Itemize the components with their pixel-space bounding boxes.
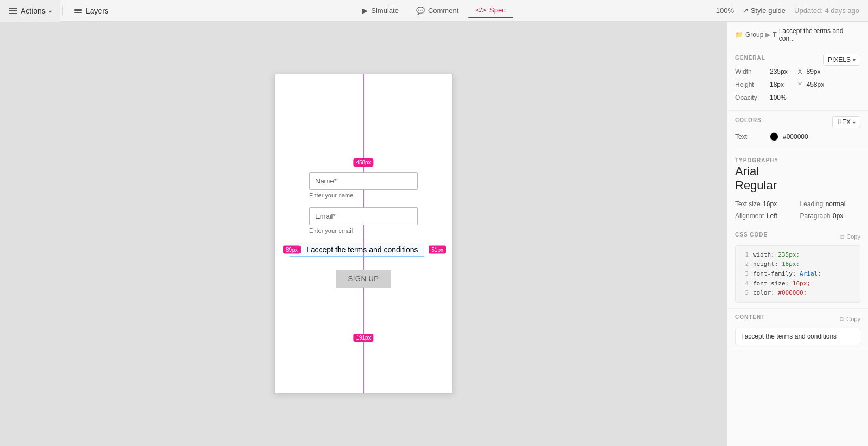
text-color-row: Text #000000 (735, 132, 860, 141)
checkbox-row: I accept the terms and conditions (290, 243, 424, 257)
svg-rect-2 (74, 12, 82, 13)
svg-rect-0 (74, 9, 82, 10)
spec-button[interactable]: </> Spec (468, 3, 513, 18)
name-input[interactable] (309, 172, 418, 190)
terms-label: I accept the terms and conditions (307, 245, 418, 254)
folder-icon: 📁 (735, 31, 743, 39)
font-name: Arial Regular (735, 164, 860, 193)
leading-item: Leading normal (800, 199, 861, 208)
signup-button[interactable]: SIGN UP (336, 270, 391, 288)
comment-icon: 💬 (416, 7, 425, 15)
main-layout: 458px Enter your name Enter your email 8… (0, 22, 868, 446)
svg-rect-1 (74, 10, 82, 11)
css-code-block: 1 width: 235px; 2 height: 18px; 3 font-f… (735, 245, 860, 303)
phone-frame: 458px Enter your name Enter your email 8… (274, 74, 453, 394)
phone-content: Enter your name Enter your email 89px 51… (275, 74, 452, 393)
css-code-section: CSS CODE ⧉ Copy 1 width: 235px; 2 height… (727, 226, 868, 309)
copy-icon: ⧉ (840, 233, 844, 240)
topbar-right: 100% ↗ Style guide Updated: 4 days ago (716, 7, 868, 15)
actions-menu[interactable]: Actions (0, 0, 60, 22)
layers-button[interactable]: Layers (65, 0, 117, 22)
width-row: Width 235px (735, 68, 798, 75)
text-color-swatch[interactable] (770, 132, 778, 141)
breadcrumb-group[interactable]: Group (745, 31, 763, 39)
css-line-4: 4 font-size: 16px; (741, 279, 854, 289)
topbar-center-nav: ▶ Simulate 💬 Comment </> Spec (355, 3, 513, 18)
updated-text: Updated: 4 days ago (794, 7, 859, 15)
hamburger-icon (9, 8, 17, 14)
typography-section: TYPOGRAPHY Arial Regular Text size 16px … (727, 149, 868, 226)
hex-dropdown[interactable]: HEX (832, 116, 860, 128)
breadcrumb: 📁 Group ▶ T I accept the terms and con..… (727, 22, 868, 48)
text-size-item: Text size 16px (735, 199, 796, 208)
layers-icon (74, 7, 82, 15)
css-line-3: 3 font-family: Arial; (741, 269, 854, 279)
zoom-level: 100% (716, 7, 734, 15)
name-helper-label: Enter your name (309, 192, 418, 199)
colors-section: COLORS HEX Text #000000 (727, 111, 868, 149)
colors-label: COLORS (735, 117, 762, 123)
name-form-group: Enter your name (309, 172, 418, 202)
pixels-dropdown[interactable]: PIXELS (823, 54, 860, 66)
breadcrumb-current: I accept the terms and con... (779, 27, 860, 42)
content-section: CONTENT ⧉ Copy I accept the terms and co… (727, 309, 868, 351)
content-copy-icon: ⧉ (840, 316, 844, 323)
height-row: Height 18px (735, 81, 798, 88)
typography-label: TYPOGRAPHY (735, 157, 778, 163)
breadcrumb-separator: ▶ (765, 31, 770, 39)
right-panel: 📁 Group ▶ T I accept the terms and con..… (727, 22, 868, 446)
content-label: CONTENT (735, 314, 765, 320)
email-input[interactable] (309, 207, 418, 225)
x-coord-row: X 89px (798, 68, 861, 75)
opacity-row: Opacity 100% (735, 94, 798, 101)
external-link-icon: ↗ (743, 7, 749, 15)
css-copy-button[interactable]: ⧉ Copy (840, 233, 860, 240)
actions-chevron-icon (49, 7, 52, 15)
style-guide-link[interactable]: ↗ Style guide (743, 7, 786, 15)
canvas-area[interactable]: 458px Enter your name Enter your email 8… (0, 22, 727, 446)
play-icon: ▶ (362, 7, 368, 15)
text-type-icon: T (773, 31, 776, 39)
paragraph-item: Paragraph 0px (800, 211, 861, 220)
actions-label: Actions (21, 7, 46, 15)
layers-label: Layers (86, 7, 108, 15)
text-color-hex: #000000 (783, 133, 808, 141)
css-line-2: 2 height: 18px; (741, 259, 854, 269)
simulate-button[interactable]: ▶ Simulate (355, 3, 406, 18)
topbar-divider (62, 5, 63, 16)
hex-chevron-icon (853, 118, 856, 126)
email-helper-label: Enter your email (309, 227, 418, 234)
css-code-label: CSS CODE (735, 232, 768, 238)
css-line-5: 5 color: #000000; (741, 288, 854, 298)
y-coord-row: Y 458px (798, 81, 861, 88)
measure-right-badge: 51px (429, 246, 446, 254)
alignment-item: Alignment Left (735, 211, 796, 220)
terms-checkbox[interactable] (295, 246, 302, 253)
typography-grid: Text size 16px Leading normal Alignment … (735, 199, 860, 220)
code-icon: </> (476, 6, 486, 14)
content-copy-button[interactable]: ⧉ Copy (840, 316, 860, 323)
email-form-group: Enter your email (309, 207, 418, 237)
comment-button[interactable]: 💬 Comment (409, 3, 466, 18)
content-value: I accept the terms and conditions (735, 328, 860, 345)
general-section: GENERAL PIXELS Width 235px X 89px Height (727, 48, 868, 111)
general-label: GENERAL (735, 55, 765, 61)
pixels-chevron-icon (853, 56, 856, 63)
topbar: Actions Layers ▶ Simulate 💬 Comment </> … (0, 0, 868, 22)
css-line-1: 1 width: 235px; (741, 250, 854, 260)
